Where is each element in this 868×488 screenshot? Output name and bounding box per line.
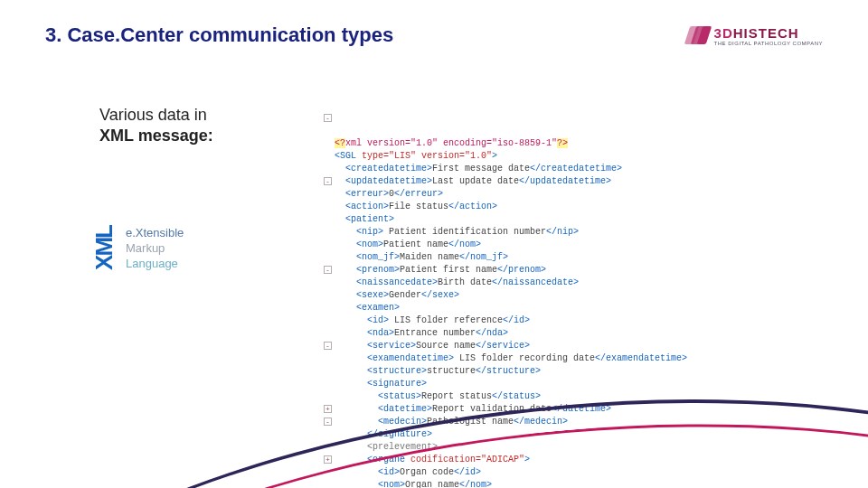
header: 3. Case.Center communication types 3DHIS…	[45, 23, 823, 47]
brand-tagline: THE DIGITAL PATHOLOGY COMPANY	[714, 41, 823, 46]
code-line: <id> LIS folder reference</id>	[335, 314, 687, 327]
xml-acrostic: XML e.Xtensible Markup Language	[90, 226, 184, 270]
code-line: <?xml version="1.0" encoding="iso-8859-1…	[335, 137, 687, 150]
code-line: <service>Source name</service>	[335, 340, 687, 352]
fold-collapse-icon[interactable]: -	[324, 177, 332, 185]
brand-name: 3DHISTECH	[714, 25, 823, 41]
logo-icon	[687, 26, 709, 44]
subtitle: Various data in XML message:	[99, 105, 244, 145]
brand-logo: 3DHISTECH THE DIGITAL PATHOLOGY COMPANY	[687, 25, 823, 46]
code-line: <action>File status</action>	[335, 201, 687, 213]
xml-word-markup: Markup	[126, 241, 184, 255]
code-line: <nip> Patient identification number</nip…	[335, 226, 687, 239]
code-line: <createdatetime>First message date</crea…	[335, 163, 687, 175]
code-line: <patient>	[335, 213, 687, 226]
code-line: <examendatetime> LIS folder recording da…	[335, 352, 687, 365]
fold-collapse-icon[interactable]: -	[324, 266, 332, 274]
fold-expand-icon[interactable]: +	[324, 405, 332, 413]
code-line: <nom>Patient name</nom>	[335, 239, 687, 251]
code-line: <examen>	[335, 302, 687, 314]
code-line: <sexe>Gender</sexe>	[335, 289, 687, 302]
xml-word-language: Language	[126, 257, 184, 270]
fold-collapse-icon[interactable]: -	[324, 418, 332, 426]
code-line: <erreur>0</erreur>	[335, 188, 687, 201]
fold-collapse-icon[interactable]: -	[324, 114, 332, 122]
page-title: 3. Case.Center communication types	[45, 23, 393, 47]
xml-word-extensible: e.Xtensible	[126, 226, 184, 239]
code-line: <updatedatetime>Last update date</update…	[335, 175, 687, 188]
code-line: <SGL type="LIS" version="1.0">	[335, 150, 687, 163]
code-line: <signature>	[335, 378, 687, 390]
code-line: <structure>structure</structure>	[335, 365, 687, 378]
code-line: <naissancedate>Birth date</naissancedate…	[335, 277, 687, 289]
code-line: <nom_jf>Maiden name</nom_jf>	[335, 251, 687, 264]
code-line: <prenom>Patient first name</prenom>	[335, 264, 687, 277]
xml-vertical-label: XML	[90, 226, 118, 270]
code-line: <nda>Entrance number</nda>	[335, 327, 687, 340]
fold-collapse-icon[interactable]: -	[324, 342, 332, 350]
